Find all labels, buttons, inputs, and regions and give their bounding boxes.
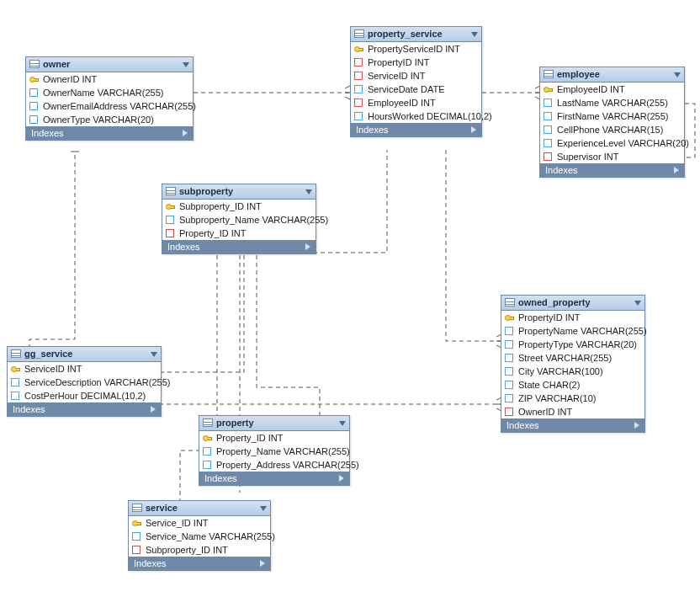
indexes-section[interactable]: Indexes — [8, 402, 161, 416]
column-row[interactable]: ExperienceLevel VARCHAR(20) — [540, 136, 684, 150]
columns-list: OwnerID INTOwnerName VARCHAR(255)OwnerEm… — [26, 72, 193, 126]
expand-icon[interactable] — [634, 422, 639, 429]
column-row[interactable]: EmployeeID INT — [351, 96, 481, 109]
indexes-section[interactable]: Indexes — [501, 418, 644, 432]
column-row[interactable]: Property_ID INT — [162, 227, 316, 240]
collapse-icon[interactable] — [634, 301, 641, 306]
column-row[interactable]: PropertyName VARCHAR(255) — [501, 324, 644, 338]
collapse-icon[interactable] — [305, 189, 312, 195]
column-row[interactable]: Property_ID INT — [199, 431, 349, 445]
column-row[interactable]: Property_Name VARCHAR(255) — [199, 445, 349, 458]
indexes-section[interactable]: Indexes — [129, 557, 270, 570]
entity-owned-property[interactable]: owned_propertyPropertyID INTPropertyName… — [501, 295, 645, 433]
column-row[interactable]: HoursWorked DECIMAL(10,2) — [351, 109, 481, 123]
entity-header[interactable]: property_service — [351, 27, 481, 42]
column-label: PropertyServiceID INT — [368, 44, 460, 54]
collapse-icon[interactable] — [674, 72, 681, 77]
column-row[interactable]: CellPhone VARCHAR(15) — [540, 123, 684, 136]
column-label: Subproperty_ID INT — [146, 545, 228, 555]
entity-header[interactable]: owner — [26, 57, 193, 72]
primary-key-icon — [544, 85, 552, 93]
foreign-key-icon — [166, 229, 174, 237]
column-row[interactable]: Supervisor INT — [540, 150, 684, 163]
entity-header[interactable]: property — [199, 416, 349, 431]
column-row[interactable]: CostPerHour DECIMAL(10,2) — [8, 389, 161, 402]
table-icon — [544, 70, 554, 78]
expand-icon[interactable] — [339, 475, 344, 482]
column-row[interactable]: Service_ID INT — [129, 516, 270, 530]
column-label: PropertyType VARCHAR(20) — [518, 339, 637, 349]
column-row[interactable]: ServiceDescription VARCHAR(255) — [8, 376, 161, 389]
table-icon — [354, 29, 364, 38]
column-label: State CHAR(2) — [518, 380, 580, 390]
foreign-key-icon — [354, 72, 363, 80]
collapse-icon[interactable] — [339, 421, 346, 426]
column-row[interactable]: PropertyID INT — [351, 56, 481, 69]
entity-service[interactable]: serviceService_ID INTService_Name VARCHA… — [128, 500, 271, 571]
expand-icon[interactable] — [471, 126, 476, 133]
indexes-section[interactable]: Indexes — [26, 126, 193, 140]
expand-icon[interactable] — [151, 406, 156, 413]
column-row[interactable]: ZIP VARCHAR(10) — [501, 392, 644, 405]
foreign-key-icon — [354, 99, 363, 107]
indexes-section[interactable]: Indexes — [162, 240, 316, 253]
column-row[interactable]: OwnerEmailAddress VARCHAR(255) — [26, 99, 193, 113]
entity-employee[interactable]: employeeEmployeeID INTLastName VARCHAR(2… — [539, 67, 685, 178]
entity-header[interactable]: gg_service — [8, 347, 161, 362]
column-row[interactable]: OwnerName VARCHAR(255) — [26, 86, 193, 99]
entity-gg-service[interactable]: gg_serviceServiceID INTServiceDescriptio… — [7, 346, 162, 417]
column-row[interactable]: OwnerID INT — [26, 72, 193, 86]
column-icon — [505, 394, 513, 402]
table-icon — [29, 60, 40, 68]
column-icon — [203, 461, 211, 469]
column-row[interactable]: ServiceID INT — [8, 362, 161, 376]
column-row[interactable]: Street VARCHAR(255) — [501, 351, 644, 365]
column-row[interactable]: ServiceDate DATE — [351, 83, 481, 96]
column-row[interactable]: Subproperty_Name VARCHAR(255) — [162, 213, 316, 227]
column-row[interactable]: State CHAR(2) — [501, 378, 644, 392]
column-row[interactable]: PropertyID INT — [501, 311, 644, 324]
primary-key-icon — [505, 313, 513, 322]
collapse-icon[interactable] — [471, 32, 478, 37]
expand-icon[interactable] — [674, 167, 679, 173]
column-label: CellPhone VARCHAR(15) — [557, 125, 663, 135]
column-row[interactable]: EmployeeID INT — [540, 83, 684, 96]
indexes-section[interactable]: Indexes — [540, 163, 684, 177]
entity-header[interactable]: employee — [540, 67, 684, 83]
column-label: Property_Address VARCHAR(255) — [216, 460, 359, 470]
column-row[interactable]: LastName VARCHAR(255) — [540, 96, 684, 109]
columns-list: EmployeeID INTLastName VARCHAR(255)First… — [540, 83, 684, 163]
column-row[interactable]: FirstName VARCHAR(255) — [540, 109, 684, 123]
expand-icon[interactable] — [305, 243, 310, 250]
collapse-icon[interactable] — [151, 352, 157, 357]
column-row[interactable]: PropertyType VARCHAR(20) — [501, 338, 644, 351]
entity-owner[interactable]: ownerOwnerID INTOwnerName VARCHAR(255)Ow… — [25, 56, 194, 141]
entity-title: property — [216, 418, 254, 428]
entity-property[interactable]: propertyProperty_ID INTProperty_Name VAR… — [199, 415, 350, 486]
column-row[interactable]: Service_Name VARCHAR(255) — [129, 530, 270, 543]
entity-header[interactable]: subproperty — [162, 184, 316, 200]
collapse-icon[interactable] — [260, 506, 267, 511]
column-row[interactable]: Property_Address VARCHAR(255) — [199, 458, 349, 472]
column-row[interactable]: Subproperty_ID INT — [162, 200, 316, 213]
column-row[interactable]: ServiceID INT — [351, 69, 481, 83]
foreign-key-icon — [354, 58, 363, 67]
entity-subproperty[interactable]: subpropertySubproperty_ID INTSubproperty… — [162, 184, 316, 254]
expand-icon[interactable] — [183, 130, 188, 136]
column-row[interactable]: City VARCHAR(100) — [501, 365, 644, 378]
entity-property-service[interactable]: property_servicePropertyServiceID INTPro… — [350, 26, 482, 137]
column-row[interactable]: PropertyServiceID INT — [351, 42, 481, 56]
expand-icon[interactable] — [260, 560, 265, 567]
entity-header[interactable]: owned_property — [501, 296, 644, 311]
indexes-section[interactable]: Indexes — [351, 123, 481, 136]
column-label: HoursWorked DECIMAL(10,2) — [368, 111, 492, 121]
collapse-icon[interactable] — [183, 62, 189, 67]
entity-header[interactable]: service — [129, 501, 270, 516]
table-icon — [132, 504, 142, 512]
column-icon — [29, 88, 38, 97]
column-row[interactable]: Subproperty_ID INT — [129, 543, 270, 557]
indexes-section[interactable]: Indexes — [199, 472, 349, 485]
column-row[interactable]: OwnerType VARCHAR(20) — [26, 113, 193, 126]
indexes-label: Indexes — [204, 473, 237, 483]
column-row[interactable]: OwnerID INT — [501, 405, 644, 418]
